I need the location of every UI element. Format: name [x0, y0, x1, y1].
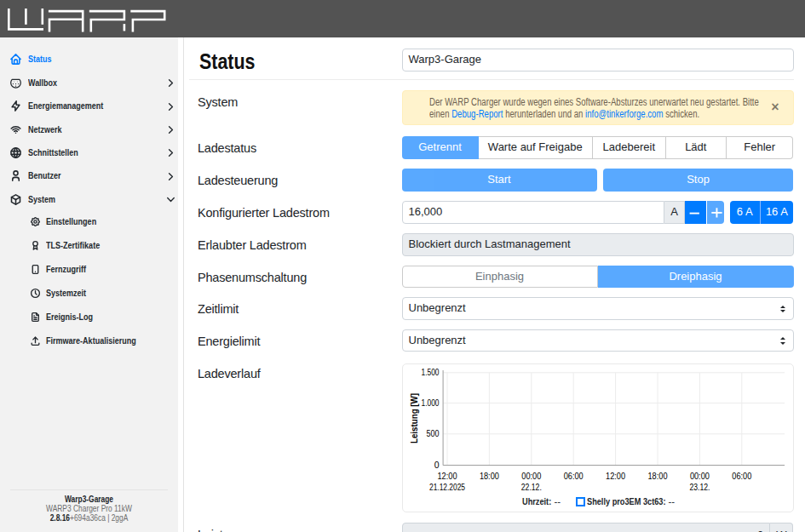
svg-text:06:00: 06:00 [563, 471, 583, 481]
svg-text:22.12.: 22.12. [520, 482, 541, 492]
svg-text:0: 0 [434, 460, 439, 470]
svg-text:23.12.: 23.12. [689, 482, 710, 492]
svg-text:1.000: 1.000 [421, 398, 439, 408]
svg-text:500: 500 [426, 428, 439, 438]
svg-text:21.12.2025: 21.12.2025 [429, 482, 465, 492]
svg-text:00:00: 00:00 [689, 471, 709, 481]
svg-text:18:00: 18:00 [479, 471, 498, 481]
svg-text:12:00: 12:00 [437, 471, 457, 481]
svg-text:1.500: 1.500 [421, 367, 439, 377]
svg-text:00:00: 00:00 [521, 471, 541, 481]
svg-text:Leistung [W]: Leistung [W] [408, 393, 418, 443]
svg-text:06:00: 06:00 [732, 471, 751, 481]
svg-text:12:00: 12:00 [606, 471, 625, 481]
svg-text:18:00: 18:00 [647, 471, 667, 481]
